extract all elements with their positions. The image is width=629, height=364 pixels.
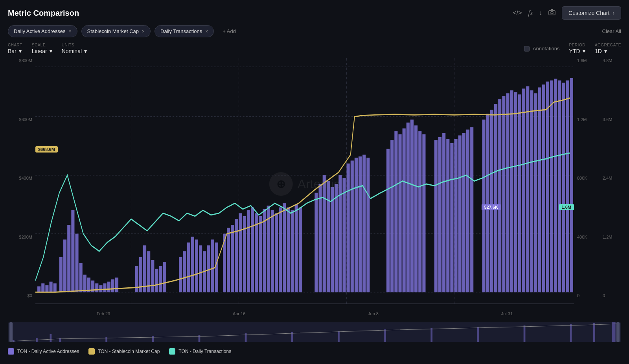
svg-rect-142 xyxy=(570,324,572,342)
svg-rect-116 xyxy=(534,93,537,292)
svg-rect-27 xyxy=(103,283,107,292)
svg-rect-38 xyxy=(163,262,166,292)
aggregate-control: AGGREGATE 1D ▾ xyxy=(595,43,621,54)
customize-chart-button[interactable]: Customize Chart › xyxy=(562,6,621,20)
y-axis-right1: 1.6M 1.2M 800K 400K 0 xyxy=(574,58,600,310)
svg-rect-124 xyxy=(566,81,569,292)
legend-color-smc xyxy=(88,348,95,355)
svg-rect-97 xyxy=(450,143,453,292)
chart-area: $800M $600M $400M $200M $0 xyxy=(8,58,621,310)
svg-rect-117 xyxy=(538,87,541,292)
remove-smc-icon[interactable]: × xyxy=(142,29,145,34)
annotations-checkbox[interactable] xyxy=(524,46,530,51)
svg-rect-106 xyxy=(494,104,497,292)
metrics-row: Daily Active Addresses × Stablecoin Mark… xyxy=(8,25,621,37)
svg-rect-70 xyxy=(319,184,322,292)
svg-rect-50 xyxy=(227,228,230,292)
svg-point-1 xyxy=(551,12,553,14)
svg-rect-123 xyxy=(562,83,565,292)
add-metric-button[interactable]: + Add xyxy=(218,26,241,37)
svg-rect-143 xyxy=(593,323,595,342)
chevron-down-icon: ▾ xyxy=(583,48,585,54)
svg-rect-144 xyxy=(612,322,615,342)
svg-rect-87 xyxy=(403,129,406,292)
code-icon[interactable]: </> xyxy=(513,9,522,17)
svg-rect-95 xyxy=(442,133,445,292)
svg-rect-137 xyxy=(338,331,340,342)
annotations-toggle[interactable]: Annotations xyxy=(524,46,560,51)
svg-rect-127 xyxy=(13,322,616,342)
svg-rect-16 xyxy=(59,257,63,292)
y-axis-right2: 4.8M 3.6M 2.4M 1.2M 0 xyxy=(600,58,621,310)
page-header: Metric Comparison </> fx ↓ Customize Cha… xyxy=(8,6,621,20)
svg-rect-125 xyxy=(570,78,573,292)
chart-type-select[interactable]: Bar ▾ xyxy=(8,48,22,54)
svg-rect-55 xyxy=(247,210,250,292)
download-icon[interactable]: ↓ xyxy=(539,9,542,17)
svg-rect-134 xyxy=(199,335,200,342)
svg-rect-44 xyxy=(199,245,202,292)
svg-rect-96 xyxy=(446,139,449,292)
svg-rect-20 xyxy=(75,234,78,292)
svg-rect-19 xyxy=(71,210,74,292)
metric-chip-dt[interactable]: Daily Transactions × xyxy=(154,25,214,37)
svg-rect-18 xyxy=(67,225,70,292)
svg-rect-85 xyxy=(394,131,397,292)
svg-rect-79 xyxy=(355,158,358,292)
svg-rect-65 xyxy=(287,208,290,292)
svg-rect-109 xyxy=(506,93,509,292)
svg-rect-61 xyxy=(271,210,274,292)
svg-rect-84 xyxy=(390,140,394,292)
fx-icon[interactable]: fx xyxy=(528,9,533,17)
svg-rect-113 xyxy=(522,88,525,292)
svg-rect-110 xyxy=(510,90,513,292)
aggregate-select[interactable]: 1D ▾ xyxy=(595,48,621,54)
svg-rect-63 xyxy=(279,208,282,292)
chevron-down-icon: ▾ xyxy=(84,48,87,54)
legend-item-daa: TON - Daily Active Addresses xyxy=(8,348,79,355)
svg-rect-66 xyxy=(291,210,294,292)
chevron-down-icon: ▾ xyxy=(19,48,22,54)
scale-select[interactable]: Linear ▾ xyxy=(32,48,52,54)
units-control: UNITS Nominal ▾ xyxy=(62,43,87,54)
legend-color-daa xyxy=(8,348,14,355)
svg-rect-90 xyxy=(414,125,417,292)
svg-rect-122 xyxy=(558,81,561,292)
svg-rect-68 xyxy=(299,208,302,292)
legend-color-dt xyxy=(169,348,175,355)
minimap[interactable] xyxy=(8,322,621,342)
svg-rect-102 xyxy=(470,127,473,292)
svg-rect-83 xyxy=(386,149,390,292)
minimap-wrapper xyxy=(8,319,621,345)
svg-rect-47 xyxy=(211,239,214,292)
remove-dt-icon[interactable]: × xyxy=(205,29,208,34)
svg-rect-53 xyxy=(239,213,242,292)
svg-rect-74 xyxy=(335,184,338,292)
clear-all-button[interactable]: Clear All xyxy=(602,28,621,34)
svg-rect-42 xyxy=(191,237,194,292)
units-select[interactable]: Nominal ▾ xyxy=(62,48,87,54)
svg-rect-114 xyxy=(526,86,529,292)
metric-chip-smc[interactable]: Stablecoin Market Cap × xyxy=(81,25,151,37)
metric-chip-daa[interactable]: Daily Active Addresses × xyxy=(8,25,77,37)
minimap-handle-right[interactable] xyxy=(616,322,620,342)
camera-icon[interactable] xyxy=(548,9,555,17)
svg-rect-37 xyxy=(159,266,162,292)
svg-rect-29 xyxy=(111,279,114,292)
minimap-handle-left[interactable] xyxy=(9,322,13,342)
svg-rect-141 xyxy=(524,325,526,342)
svg-rect-136 xyxy=(291,332,293,342)
x-axis: Feb 23 Apr 16 Jun 8 Jul 31 xyxy=(8,311,621,319)
svg-rect-54 xyxy=(243,216,246,292)
svg-rect-72 xyxy=(327,181,330,292)
chart-inner[interactable]: ⊕ Artemis $668.6M 527.6K 1.6M xyxy=(35,58,574,310)
svg-rect-39 xyxy=(179,257,182,292)
remove-daa-icon[interactable]: × xyxy=(69,29,72,34)
svg-rect-67 xyxy=(295,204,298,292)
svg-rect-130 xyxy=(50,334,52,342)
svg-rect-46 xyxy=(207,245,210,292)
scale-control: SCALE Linear ▾ xyxy=(32,43,52,54)
svg-rect-12 xyxy=(41,283,44,292)
period-select[interactable]: YTD ▾ xyxy=(569,48,585,54)
svg-rect-35 xyxy=(151,260,154,292)
